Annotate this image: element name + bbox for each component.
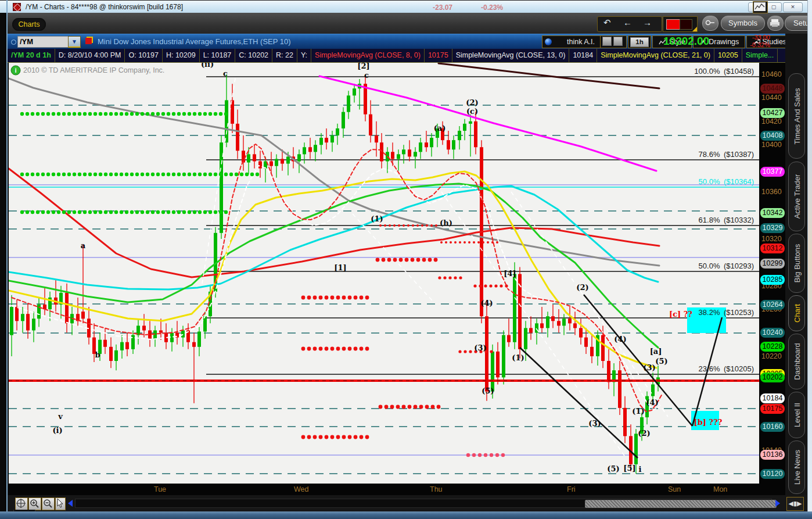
link-button[interactable] bbox=[702, 16, 718, 31]
side-tab-level-ii[interactable]: Level II bbox=[788, 392, 805, 438]
crosshair-mode-button[interactable] bbox=[15, 497, 28, 510]
candle-body bbox=[463, 124, 466, 131]
dotted-level bbox=[484, 284, 487, 287]
bottom-toolbar: ◀▮▶ bbox=[8, 495, 807, 511]
candle-body bbox=[281, 159, 284, 163]
candle-body bbox=[225, 100, 228, 142]
dotted-level bbox=[52, 173, 55, 176]
color-scheme-swatch[interactable] bbox=[663, 16, 698, 32]
mini-chart-button[interactable] bbox=[753, 1, 768, 13]
dotted-level bbox=[319, 347, 323, 351]
dotted-level bbox=[193, 210, 196, 214]
dotted-level bbox=[414, 405, 418, 409]
side-tab-times-and-sales[interactable]: Times And Sales bbox=[788, 73, 805, 159]
dotted-level bbox=[46, 112, 50, 116]
candle-body bbox=[253, 154, 256, 161]
dotted-level bbox=[500, 284, 502, 287]
candle-body bbox=[275, 159, 278, 166]
title-bar[interactable]: /YM - Charts - 84****98 @ thinkorswim [b… bbox=[0, 0, 812, 13]
price-axis[interactable]: 1046010440104201040010360103201028010260… bbox=[759, 63, 785, 495]
swatch-red-icon bbox=[666, 19, 680, 30]
dotted-level bbox=[20, 112, 24, 116]
think-ai-button[interactable]: think A.I. bbox=[542, 35, 609, 48]
app-icon bbox=[13, 3, 21, 11]
close-button[interactable]: ✕ bbox=[783, 2, 803, 12]
charts-tab[interactable]: Charts bbox=[12, 18, 46, 31]
candle-body bbox=[469, 121, 472, 124]
candle-body bbox=[491, 352, 494, 392]
chart-plot-area[interactable]: 100.0% ($10458)78.6% ($10387)50.0% ($103… bbox=[9, 63, 759, 484]
dotted-level bbox=[177, 112, 181, 116]
background-change-percent: -0.23% bbox=[481, 3, 503, 12]
dotted-level bbox=[387, 258, 391, 262]
dotted-level bbox=[188, 210, 191, 214]
fib-label: 61.8% ($10332) bbox=[699, 216, 754, 224]
dotted-level bbox=[109, 112, 113, 116]
dotted-level bbox=[146, 210, 149, 214]
chart-tools-buttons[interactable] bbox=[600, 35, 627, 48]
swatch-corner-icon bbox=[692, 27, 697, 31]
dotted-level bbox=[130, 112, 134, 116]
wrench-tool-icon[interactable] bbox=[613, 37, 623, 46]
dotted-level bbox=[313, 296, 317, 300]
scroll-right-icon[interactable] bbox=[775, 500, 780, 507]
dotted-level bbox=[468, 241, 470, 244]
dotted-level bbox=[385, 405, 389, 409]
dotted-level bbox=[88, 112, 92, 116]
timeframe-button[interactable]: 1h bbox=[630, 37, 649, 47]
price-bubble: 10408 bbox=[760, 131, 785, 141]
price-tick-label: 10440 bbox=[761, 94, 785, 102]
gadget-handle-icon[interactable] bbox=[11, 40, 16, 45]
dotted-level bbox=[330, 296, 335, 300]
scroll-left-icon[interactable] bbox=[68, 500, 73, 507]
side-tab-big-buttons[interactable]: Big Buttons bbox=[788, 234, 805, 293]
candle-body bbox=[419, 142, 422, 152]
price-bubble: 10136 bbox=[760, 450, 785, 460]
wave-label: (1) bbox=[632, 407, 644, 416]
undo-icon[interactable]: ↶ bbox=[603, 17, 611, 28]
side-tab-active-trader[interactable]: Active Trader bbox=[788, 162, 805, 231]
fib-label: 23.6% ($10205) bbox=[699, 364, 754, 373]
dotted-level bbox=[459, 276, 462, 279]
symbol-input[interactable] bbox=[17, 36, 70, 48]
dotted-level bbox=[94, 173, 97, 176]
symbol-dropdown[interactable]: ▼ bbox=[68, 36, 81, 48]
side-tab-chart[interactable]: Chart bbox=[788, 295, 805, 331]
dotted-level bbox=[448, 276, 451, 279]
side-tab-live-news[interactable]: Live News bbox=[788, 441, 805, 494]
dotted-level bbox=[20, 173, 24, 176]
side-tab-dashboard[interactable]: Dashboard bbox=[788, 334, 805, 389]
zoom-out-button[interactable] bbox=[42, 497, 55, 510]
cursor-mode-button[interactable] bbox=[55, 497, 66, 510]
dotted-level bbox=[325, 296, 329, 300]
dotted-level bbox=[31, 210, 34, 214]
dotted-level bbox=[57, 173, 60, 176]
wave-label: (3) bbox=[588, 419, 601, 428]
zoom-in-button[interactable] bbox=[28, 497, 41, 510]
chart-icon bbox=[753, 2, 766, 12]
dotted-level bbox=[382, 258, 386, 262]
dotted-level bbox=[431, 405, 435, 409]
symbols-button[interactable]: Symbols bbox=[721, 16, 765, 31]
pattern-tool-icon[interactable] bbox=[602, 37, 612, 46]
candle-body bbox=[181, 330, 185, 337]
dotted-level bbox=[177, 210, 181, 214]
pan-mode-button[interactable]: ◀▮▶ bbox=[786, 497, 804, 511]
wave-label: (h) bbox=[440, 219, 452, 227]
dotted-level bbox=[141, 173, 144, 176]
dotted-level bbox=[487, 241, 489, 244]
scrollbar-thumb[interactable] bbox=[585, 500, 777, 508]
dotted-level bbox=[319, 296, 323, 300]
forward-icon[interactable]: → bbox=[643, 17, 652, 27]
dotted-level bbox=[360, 435, 364, 439]
dotted-level bbox=[52, 210, 55, 214]
dotted-level bbox=[505, 284, 508, 287]
dotted-level bbox=[46, 210, 50, 214]
chart-scrollbar[interactable] bbox=[75, 499, 772, 508]
dotted-level bbox=[125, 210, 128, 214]
print-button[interactable] bbox=[767, 16, 784, 31]
maximize-button[interactable]: ▢ bbox=[766, 2, 782, 12]
back-icon[interactable]: ← bbox=[623, 17, 632, 27]
dotted-level bbox=[411, 258, 415, 262]
dotted-level bbox=[482, 241, 484, 244]
